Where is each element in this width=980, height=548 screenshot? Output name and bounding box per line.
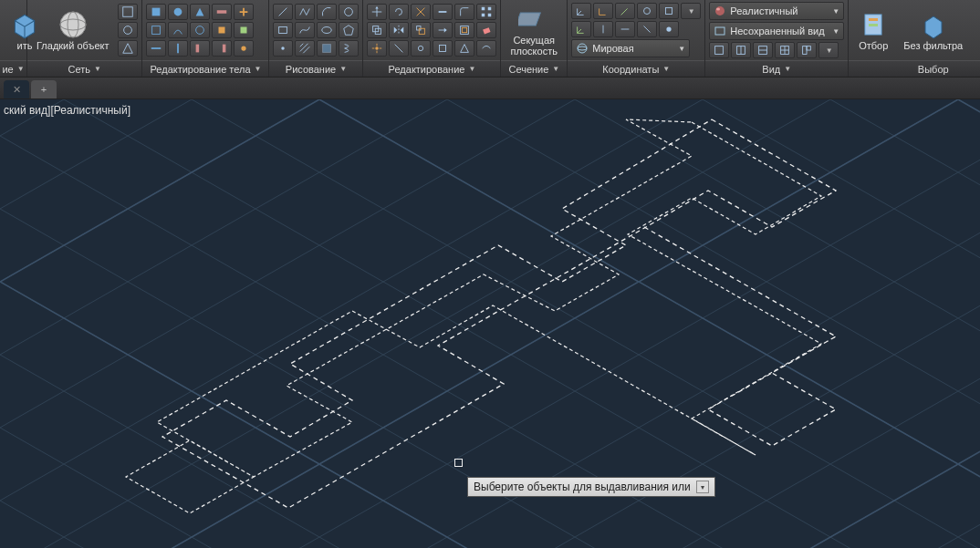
solid-tool-5[interactable] — [234, 4, 254, 20]
ucs-tool-5[interactable] — [659, 3, 679, 19]
panel-title-0[interactable]: ие▼ — [0, 60, 26, 77]
solid-tool-6[interactable] — [146, 22, 166, 38]
drawing-viewport[interactable]: ский вид][Реалистичный] Выберите объекты… — [0, 99, 980, 548]
panel-title-coords[interactable]: Координаты▼ — [568, 60, 704, 77]
panel-title-section[interactable]: Сечение▼ — [501, 60, 567, 77]
no-filter-button[interactable]: Без фильтра — [898, 2, 968, 58]
section-plane-button[interactable]: Секущаяплоскость — [505, 2, 562, 58]
mod-array[interactable] — [476, 4, 496, 20]
mod-18[interactable] — [476, 40, 496, 57]
mod-15[interactable] — [411, 40, 431, 57]
command-tooltip[interactable]: Выберите объекты для выдавливания или ▾ — [467, 477, 715, 497]
view-tool-3[interactable] — [753, 42, 773, 58]
mesh-tool-3[interactable] — [118, 40, 138, 57]
solid-tool-15[interactable] — [234, 40, 254, 57]
visual-style-dropdown[interactable]: Реалистичный ▼ — [709, 2, 844, 20]
panel-section: Секущаяплоскость Сечение▼ — [501, 0, 568, 77]
tab-new[interactable]: + — [31, 80, 57, 98]
solid-tool-3[interactable] — [190, 4, 210, 20]
solid-tool-14[interactable] — [212, 40, 232, 57]
solid-tool-8[interactable] — [190, 22, 210, 38]
mesh-tool-1[interactable] — [118, 4, 138, 20]
draw-circle[interactable] — [339, 4, 359, 20]
view-tool-6[interactable]: ▼ — [818, 42, 839, 58]
mod-copy[interactable] — [367, 22, 387, 38]
svg-rect-54 — [715, 47, 724, 55]
draw-ellipse[interactable] — [317, 22, 337, 38]
solid-tool-11[interactable] — [146, 40, 166, 57]
view-tool-5[interactable] — [797, 42, 817, 58]
smooth-object-button[interactable]: Гладкий объект — [31, 2, 114, 58]
solid-tool-2[interactable] — [168, 4, 188, 20]
ucs-tool-2[interactable] — [593, 3, 613, 19]
draw-hatch[interactable] — [295, 40, 315, 57]
ucs-world-dropdown[interactable]: Мировая ▼ — [571, 39, 690, 57]
sphere-render-icon — [714, 5, 726, 17]
panel-title-view[interactable]: Вид▼ — [705, 60, 848, 77]
solid-tool-9[interactable] — [212, 22, 232, 38]
mod-stretch[interactable] — [433, 22, 453, 38]
mod-rotate[interactable] — [389, 4, 409, 20]
mod-14[interactable] — [389, 40, 409, 57]
draw-spline[interactable] — [295, 22, 315, 38]
tab-close[interactable]: ✕ — [4, 80, 29, 98]
svg-point-22 — [322, 27, 332, 34]
view-tool-2[interactable] — [731, 42, 751, 58]
mod-mirror[interactable] — [389, 22, 409, 38]
mod-16[interactable] — [433, 40, 453, 57]
view-tool-4[interactable] — [775, 42, 795, 58]
panel-title-solid-edit[interactable]: Редактирование тела▼ — [142, 60, 268, 77]
chevron-down-icon: ▼ — [339, 61, 347, 78]
draw-polygon[interactable] — [339, 22, 359, 38]
draw-region[interactable] — [317, 40, 337, 57]
draw-line[interactable] — [273, 4, 293, 20]
filter-otbor-button[interactable]: Отбор — [852, 2, 894, 58]
mod-trim[interactable] — [411, 4, 431, 20]
ucs-tool-6[interactable]: ▼ — [681, 3, 701, 19]
panel-truncated-0: ить ие▼ — [0, 0, 27, 77]
draw-rect[interactable] — [273, 22, 293, 38]
draw-arc[interactable] — [317, 4, 337, 20]
ucs-tool-1[interactable] — [571, 3, 591, 19]
ucs-tool-11[interactable] — [659, 21, 679, 37]
ucs-tool-10[interactable] — [637, 21, 657, 37]
view-tool-1[interactable] — [709, 42, 729, 58]
solid-tool-4[interactable] — [212, 4, 232, 20]
solid-tool-10[interactable] — [234, 22, 254, 38]
ucs-tool-8[interactable] — [593, 21, 613, 37]
svg-marker-23 — [344, 26, 354, 36]
mod-offset[interactable] — [454, 22, 474, 38]
mod-erase[interactable] — [476, 22, 496, 38]
mod-explode[interactable] — [367, 40, 387, 57]
gizmo-button[interactable]: Гизпере — [972, 2, 980, 58]
solid-tool-7[interactable] — [168, 22, 188, 38]
ucs-tool-7[interactable] — [571, 21, 591, 37]
solid-tool-13[interactable] — [190, 40, 210, 57]
tooltip-dropdown[interactable]: ▾ — [696, 481, 709, 493]
mesh-tool-2[interactable] — [118, 22, 138, 38]
svg-rect-29 — [482, 14, 485, 17]
solid-tool-12[interactable] — [168, 40, 188, 57]
mod-scale[interactable] — [411, 22, 431, 38]
svg-marker-37 — [444, 27, 447, 32]
ucs-tool-9[interactable] — [615, 21, 635, 37]
mod-extend[interactable] — [433, 4, 453, 20]
draw-point[interactable] — [273, 40, 293, 57]
svg-rect-47 — [666, 8, 672, 15]
ucs-tool-4[interactable] — [637, 3, 657, 19]
viewport-label[interactable]: ский вид][Реалистичный] — [0, 103, 134, 118]
mod-move[interactable] — [367, 4, 387, 20]
mod-17[interactable] — [454, 40, 474, 57]
mod-fillet[interactable] — [454, 4, 474, 20]
draw-helix[interactable] — [339, 40, 359, 57]
panel-title-mesh[interactable]: Сеть▼ — [27, 60, 141, 77]
draw-polyline[interactable] — [295, 4, 315, 20]
chevron-down-icon: ▼ — [826, 47, 833, 55]
saved-view-dropdown[interactable]: Несохраненный вид ▼ — [709, 22, 844, 40]
solid-tool-1[interactable] — [146, 4, 166, 20]
panel-title-draw[interactable]: Рисование▼ — [269, 60, 362, 77]
ucs-tool-3[interactable] — [615, 3, 635, 19]
close-icon: ✕ — [13, 84, 21, 96]
panel-draw: Рисование▼ — [269, 0, 363, 77]
panel-title-modify[interactable]: Редактирование▼ — [363, 60, 500, 77]
